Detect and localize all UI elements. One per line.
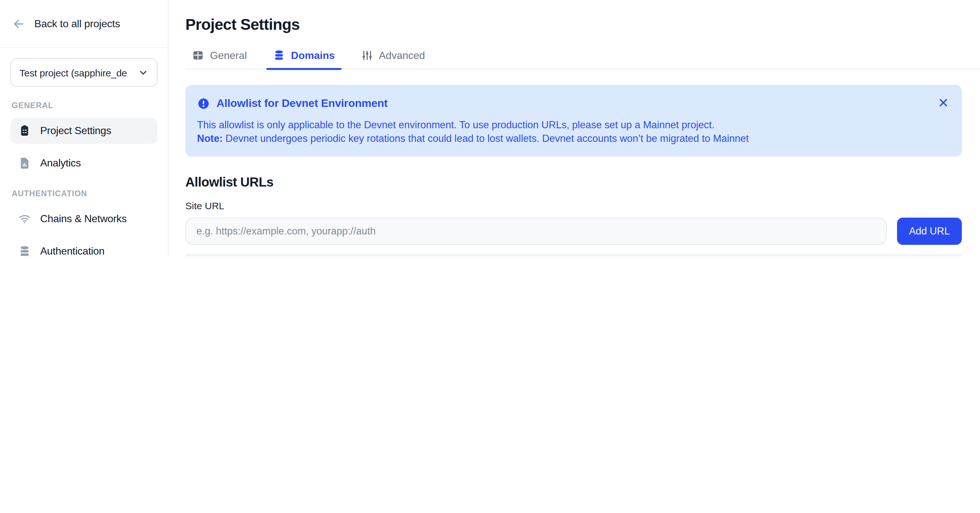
page-title: Project Settings xyxy=(185,16,962,34)
app-window: Back to all projects Test project (sapph… xyxy=(0,0,980,256)
tab-domains[interactable]: Domains xyxy=(266,49,341,69)
sliders-icon xyxy=(361,49,373,62)
tab-label: Domains xyxy=(291,49,335,61)
project-selector-dropdown[interactable]: Test project (sapphire_de xyxy=(10,58,158,87)
banner-title: Allowlist for Devnet Environment xyxy=(216,97,388,110)
site-url-label: Site URL xyxy=(185,200,962,211)
file-chart-icon xyxy=(18,157,31,170)
wifi-icon xyxy=(18,213,31,226)
sidebar-item-label: Project Settings xyxy=(40,125,111,137)
site-url-input[interactable] xyxy=(185,218,887,245)
tab-label: General xyxy=(210,49,247,61)
section-label: AUTHENTICATION xyxy=(12,189,168,198)
add-url-button[interactable]: Add URL xyxy=(897,218,962,245)
url-input-row: Add URL xyxy=(185,218,962,245)
sidebar-item-label: Chains & Networks xyxy=(40,213,127,225)
tab-advanced[interactable]: Advanced xyxy=(354,49,431,69)
devnet-allowlist-banner: Allowlist for Devnet Environment This al… xyxy=(185,85,962,157)
banner-line2: Note: Devnet undergoes periodic key rota… xyxy=(197,132,931,145)
table-icon xyxy=(192,49,204,62)
sidebar: Back to all projects Test project (sapph… xyxy=(0,0,169,256)
banner-line1: This allowlist is only applicable to the… xyxy=(197,118,931,132)
sidebar-item-project-settings[interactable]: Project Settings xyxy=(10,118,158,144)
sidebar-item-label: Authentication xyxy=(40,246,105,256)
section-label: GENERAL xyxy=(12,101,168,110)
main-content: Project Settings General Domains Advance… xyxy=(169,0,980,256)
close-icon[interactable] xyxy=(936,95,950,110)
arrow-left-icon xyxy=(12,16,26,31)
sidebar-item-analytics[interactable]: Analytics xyxy=(10,150,158,176)
allowlist-table-header: ALLOWLISTED ORIGIN xyxy=(185,254,962,256)
database-icon xyxy=(18,245,31,256)
banner-header: Allowlist for Devnet Environment xyxy=(197,97,931,110)
sidebar-item-label: Analytics xyxy=(40,157,81,169)
project-selector-value: Test project (sapphire_de xyxy=(19,67,127,78)
nav-section-general: GENERAL Project Settings Analytics xyxy=(0,101,168,176)
banner-body: This allowlist is only applicable to the… xyxy=(197,118,931,145)
sidebar-item-authentication[interactable]: Authentication xyxy=(10,238,158,256)
alert-circle-icon xyxy=(197,97,210,110)
sidebar-item-chains-networks[interactable]: Chains & Networks xyxy=(10,206,158,232)
banner-note-label: Note: xyxy=(197,133,223,144)
back-to-projects-link[interactable]: Back to all projects xyxy=(0,0,168,48)
allowlist-urls-heading: Allowlist URLs xyxy=(185,175,962,190)
clipboard-list-icon xyxy=(18,124,31,137)
sidebar-nav: GENERAL Project Settings Analytics AUTHE… xyxy=(0,87,168,256)
tab-bar: General Domains Advanced xyxy=(185,49,980,69)
chevron-down-icon xyxy=(138,67,148,78)
tab-label: Advanced xyxy=(379,49,425,61)
tab-general[interactable]: General xyxy=(185,49,253,69)
back-label: Back to all projects xyxy=(34,18,120,29)
database-icon xyxy=(273,49,285,62)
nav-section-authentication: AUTHENTICATION Chains & Networks Authent… xyxy=(0,189,168,256)
